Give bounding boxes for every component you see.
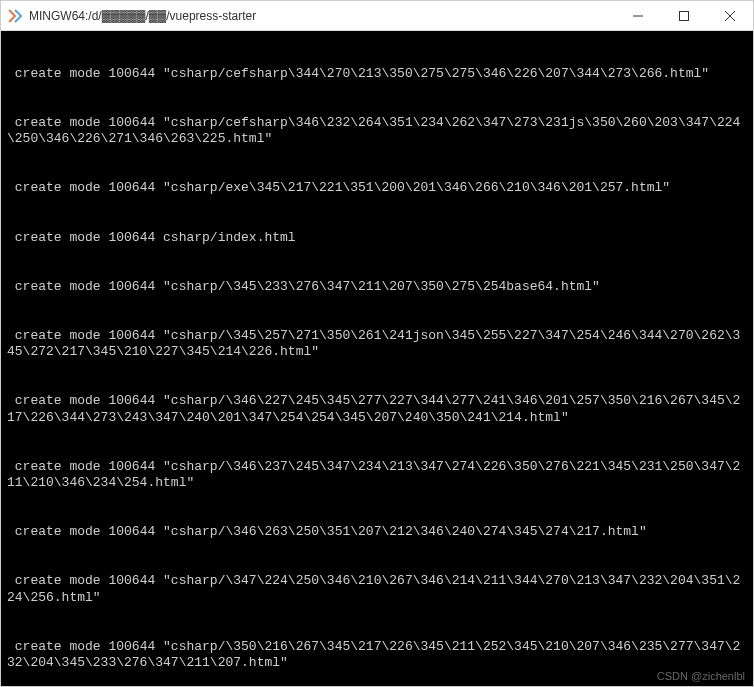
app-window: MINGW64:/d/▓▓▓▓▓/▓▓/vuepress-starter cre…	[0, 0, 754, 687]
close-button[interactable]	[707, 1, 753, 31]
terminal-output[interactable]: create mode 100644 "csharp/cefsharp\344\…	[1, 31, 753, 686]
window-title: MINGW64:/d/▓▓▓▓▓/▓▓/vuepress-starter	[29, 9, 615, 23]
app-icon	[7, 8, 23, 24]
output-line: create mode 100644 "csharp/\346\227\245\…	[7, 393, 747, 426]
output-line: create mode 100644 "csharp/cefsharp\344\…	[7, 66, 747, 82]
maximize-button[interactable]	[661, 1, 707, 31]
output-line: create mode 100644 "csharp/cefsharp\346\…	[7, 115, 747, 148]
titlebar[interactable]: MINGW64:/d/▓▓▓▓▓/▓▓/vuepress-starter	[1, 1, 753, 31]
minimize-button[interactable]	[615, 1, 661, 31]
output-line: create mode 100644 "csharp/\350\216\267\…	[7, 639, 747, 672]
svg-rect-0	[680, 11, 689, 20]
watermark: CSDN @zichenlbl	[657, 670, 745, 684]
window-controls	[615, 1, 753, 31]
output-line: create mode 100644 "csharp/exe\345\217\2…	[7, 180, 747, 196]
output-line: create mode 100644 csharp/index.html	[7, 230, 747, 246]
output-line: create mode 100644 "csharp/\346\263\250\…	[7, 524, 747, 540]
output-line: create mode 100644 "csharp/\345\233\276\…	[7, 279, 747, 295]
output-line: create mode 100644 "csharp/\347\224\250\…	[7, 573, 747, 606]
output-line: create mode 100644 "csharp/\346\237\245\…	[7, 459, 747, 492]
output-line: create mode 100644 "csharp/\345\257\271\…	[7, 328, 747, 361]
